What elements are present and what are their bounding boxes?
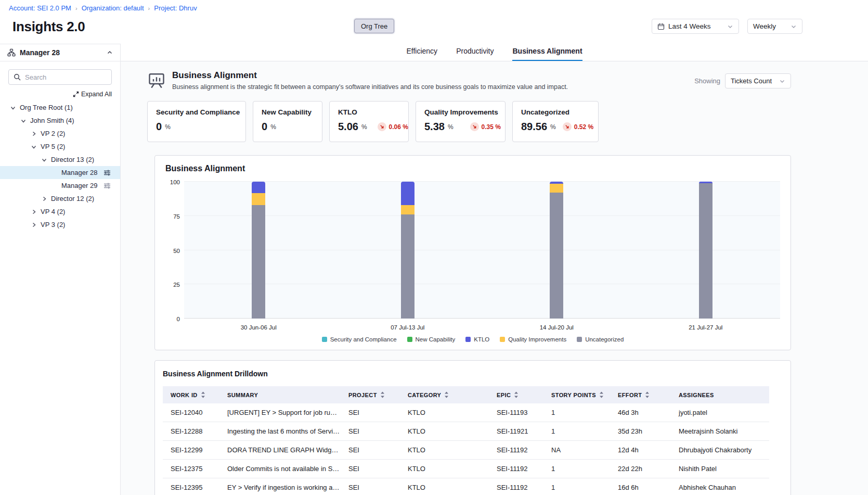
- chevron-down-icon: [779, 78, 785, 84]
- stat-unit: %: [448, 123, 454, 131]
- showing-select[interactable]: Tickets Count: [725, 73, 791, 88]
- column-summary[interactable]: SUMMARY: [223, 386, 344, 403]
- chevron-right-icon[interactable]: [30, 208, 37, 215]
- chevron-right-icon[interactable]: [30, 130, 37, 137]
- legend-item[interactable]: KTLO: [465, 336, 489, 342]
- stacked-bar[interactable]: [550, 182, 563, 319]
- collapse-sidebar-icon[interactable]: [107, 49, 113, 56]
- breadcrumb-project[interactable]: Project: Dhruv: [154, 4, 197, 12]
- showing-label: Showing: [694, 77, 720, 85]
- chevron-down-icon[interactable]: [41, 156, 47, 163]
- gridline: [184, 250, 780, 250]
- org-tree-button[interactable]: Org Tree: [354, 19, 394, 33]
- trend-down-icon: [470, 122, 479, 131]
- breadcrumb-separator: ›: [148, 5, 150, 11]
- cell-category: KTLO: [404, 422, 493, 441]
- column-epic[interactable]: EPIC: [493, 386, 547, 403]
- tree-item-vp-5[interactable]: VP 5 (2): [0, 140, 120, 153]
- tree-item-vp-2[interactable]: VP 2 (2): [0, 127, 120, 140]
- tree-item-label: Director 13 (2): [51, 156, 94, 163]
- tree-item-director-13[interactable]: Director 13 (2): [0, 153, 120, 166]
- stat-unit: %: [165, 123, 171, 131]
- drilldown-card: Business Alignment Drilldown WORK ID SUM…: [154, 360, 791, 495]
- breadcrumb-separator: ›: [75, 5, 77, 11]
- filter-sliders-icon[interactable]: [103, 169, 111, 176]
- chevron-right-icon[interactable]: [30, 221, 37, 228]
- granularity-select[interactable]: Weekly: [747, 19, 802, 34]
- cell-story-points: 1: [547, 422, 614, 441]
- chevron-down-icon: [727, 23, 733, 30]
- x-tick-label: 07 Jul-13 Jul: [391, 324, 424, 331]
- showing-value: Tickets Count: [731, 77, 772, 85]
- tree-item-vp-4[interactable]: VP 4 (2): [0, 205, 120, 218]
- column-story-points[interactable]: STORY POINTS: [547, 386, 614, 403]
- sidebar-search[interactable]: [8, 69, 112, 85]
- sort-icon[interactable]: [645, 391, 650, 398]
- filter-sliders-icon[interactable]: [103, 182, 111, 189]
- tree-item-manager-29[interactable]: Manager 29: [0, 179, 120, 192]
- sort-icon[interactable]: [599, 391, 604, 398]
- legend-item[interactable]: Uncategorized: [577, 336, 624, 342]
- chevron-down-icon[interactable]: [20, 117, 27, 124]
- search-input[interactable]: [25, 73, 103, 81]
- tab-productivity[interactable]: Productivity: [456, 47, 494, 61]
- cell-assignees: Abhishek Chauhan: [675, 478, 769, 495]
- sort-icon[interactable]: [514, 391, 519, 398]
- table-row[interactable]: SEI-12375 Older Commits is not available…: [163, 460, 769, 478]
- column-work-id[interactable]: WORK ID: [163, 386, 223, 403]
- chevron-down-icon[interactable]: [9, 104, 16, 111]
- legend-label: Quality Improvements: [508, 336, 566, 342]
- column-assignees[interactable]: ASSIGNEES: [675, 386, 769, 403]
- legend-chip: [322, 337, 327, 342]
- bar-segment: [401, 205, 414, 214]
- cell-project: SEI: [344, 403, 404, 422]
- sort-icon[interactable]: [380, 391, 385, 398]
- chevron-spacer: [51, 182, 58, 189]
- table-header-row: WORK ID SUMMARY PROJECT CATEGORY EPIC ST…: [163, 386, 769, 403]
- expand-all-link[interactable]: Expand All: [73, 91, 112, 98]
- tree-item-director-12[interactable]: Director 12 (2): [0, 192, 120, 205]
- legend-item[interactable]: New Capability: [407, 336, 456, 342]
- date-range-select[interactable]: Last 4 Weeks: [652, 19, 739, 34]
- tab-business-alignment[interactable]: Business Alignment: [512, 47, 582, 61]
- breadcrumb-organization[interactable]: Organization: default: [82, 4, 144, 12]
- table-row[interactable]: SEI-12288 Ingesting the last 6 months of…: [163, 422, 769, 441]
- chevron-spacer: [51, 169, 58, 176]
- table-row[interactable]: SEI-12395 EY > Verify if ingestion is wo…: [163, 478, 769, 495]
- tree-item-vp-3[interactable]: VP 3 (2): [0, 218, 120, 231]
- stat-value: 89.56: [521, 121, 547, 133]
- y-tick-label: 75: [163, 213, 180, 220]
- cell-effort: 35d 23h: [614, 422, 675, 441]
- trend-delta: 0.35 %: [482, 123, 501, 131]
- stacked-bar[interactable]: [699, 182, 712, 319]
- cell-work-id: SEI-12375: [163, 460, 223, 478]
- stacked-bar[interactable]: [252, 182, 265, 319]
- stacked-bar[interactable]: [401, 182, 414, 319]
- column-category[interactable]: CATEGORY: [404, 386, 493, 403]
- legend-item[interactable]: Security and Compliance: [322, 336, 397, 342]
- sort-icon[interactable]: [444, 391, 449, 398]
- table-row[interactable]: SEI-12299 DORA TREND LINE GRAPH Widgets …: [163, 441, 769, 460]
- search-icon: [14, 73, 21, 81]
- chevron-right-icon[interactable]: [41, 195, 47, 202]
- legend-chip: [407, 337, 412, 342]
- x-tick-label: 14 Jul-20 Jul: [540, 324, 574, 331]
- table-row[interactable]: SEI-12040 [URGENT] EY > Support for job …: [163, 403, 769, 422]
- chevron-down-icon[interactable]: [30, 143, 37, 150]
- column-effort[interactable]: EFFORT: [614, 386, 675, 403]
- tree-item-john-smith[interactable]: John Smith (4): [0, 114, 120, 127]
- tab-efficiency[interactable]: Efficiency: [406, 47, 437, 61]
- sort-icon[interactable]: [201, 391, 205, 398]
- tree-item-org-tree-root[interactable]: Org Tree Root (1): [0, 101, 120, 114]
- gridline: [184, 284, 780, 284]
- tree-item-label: VP 2 (2): [41, 130, 65, 137]
- cell-epic: SEI-11192: [493, 441, 547, 460]
- breadcrumb-account[interactable]: Account: SEI 2.0 PM: [9, 4, 71, 12]
- cell-category: KTLO: [404, 460, 493, 478]
- bar-segment: [699, 183, 712, 319]
- tree-item-manager-28[interactable]: Manager 28: [0, 166, 120, 179]
- column-project[interactable]: PROJECT: [344, 386, 404, 403]
- legend-chip: [500, 337, 505, 342]
- legend-item[interactable]: Quality Improvements: [500, 336, 566, 342]
- trend-delta: 0.52 %: [574, 123, 593, 131]
